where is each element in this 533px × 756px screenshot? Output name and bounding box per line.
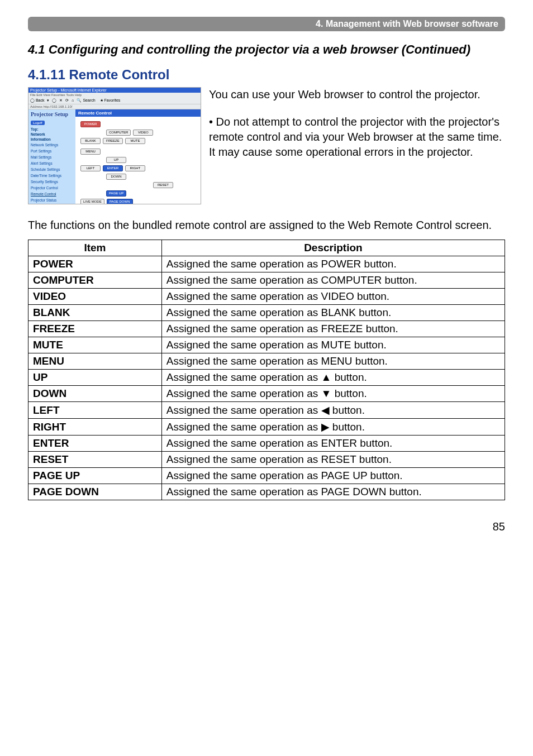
table-row: PAGE DOWNAssigned the same operation as …: [28, 484, 505, 500]
ss-btn-pagedown: PAGE DOWN: [107, 199, 133, 204]
table-row: VIDEOAssigned the same operation as VIDE…: [28, 289, 505, 305]
intro-p2: • Do not attempt to control the projecto…: [209, 114, 505, 160]
ss-nav-item: Security Settings: [31, 179, 73, 185]
table-cell-item: RIGHT: [28, 419, 162, 436]
table-cell-item: BLANK: [28, 305, 162, 321]
ss-btn-down: DOWN: [106, 174, 126, 180]
section-title: 4.1 Configuring and controlling the proj…: [28, 42, 505, 57]
table-cell-desc: Assigned the same operation as MENU butt…: [161, 353, 505, 370]
table-row: RIGHTAssigned the same operation as ▶ bu…: [28, 419, 505, 436]
table-cell-desc: Assigned the same operation as PAGE DOWN…: [161, 484, 505, 500]
body-text: The functions on the bundled remote cont…: [28, 218, 505, 233]
ss-nav-top: Top:: [31, 127, 73, 132]
table-cell-item: FREEZE: [28, 321, 162, 337]
ss-stop-icon: ✕: [59, 98, 63, 102]
ss-fav-btn: ★ Favorites: [100, 98, 122, 102]
table-row: BLANKAssigned the same operation as BLAN…: [28, 305, 505, 321]
table-cell-desc: Assigned the same operation as ▲ button.: [161, 370, 505, 386]
table-cell-desc: Assigned the same operation as MUTE butt…: [161, 337, 505, 353]
table-cell-item: RESET: [28, 452, 162, 468]
ss-refresh-icon: ⟳: [65, 98, 69, 102]
table-cell-item: ENTER: [28, 436, 162, 452]
table-row: POWERAssigned the same operation as POWE…: [28, 256, 505, 272]
intro-text: You can use your Web browser to control …: [209, 87, 505, 172]
ss-menubar: File Edit View Favorites Tools Help: [28, 93, 201, 97]
ss-btn-blank: BLANK: [80, 138, 101, 144]
ss-nav-item: Mail Settings: [31, 154, 73, 160]
ss-btn-reset: RESET: [153, 182, 173, 188]
ss-nav-item: Network Settings: [31, 142, 73, 148]
ss-logoff-button: Logoff: [31, 121, 45, 125]
table-cell-desc: Assigned the same operation as FREEZE bu…: [161, 321, 505, 337]
ss-btn-video: VIDEO: [133, 130, 153, 136]
table-row: MUTEAssigned the same operation as MUTE …: [28, 337, 505, 353]
table-cell-item: COMPUTER: [28, 272, 162, 289]
th-item: Item: [28, 240, 162, 256]
ss-nav-item: Projector Status: [31, 197, 73, 203]
page-number: 85: [28, 520, 505, 533]
screenshot-browser-window: Projector Setup - Microsoft Internet Exp…: [28, 87, 201, 204]
ss-btn-power: POWER: [80, 121, 101, 127]
table-row: LEFTAssigned the same operation as ◀ but…: [28, 402, 505, 419]
table-cell-desc: Assigned the same operation as POWER but…: [161, 256, 505, 272]
table-cell-item: MUTE: [28, 337, 162, 353]
th-desc: Description: [161, 240, 505, 256]
table-row: UPAssigned the same operation as ▲ butto…: [28, 370, 505, 386]
ss-sidebar: Projector Setup Logoff Top: Network Info…: [28, 109, 75, 204]
table-cell-desc: Assigned the same operation as ▼ button.: [161, 386, 505, 402]
ss-btn-up: UP: [106, 157, 126, 163]
table-row: DOWNAssigned the same operation as ▼ but…: [28, 386, 505, 402]
table-cell-item: UP: [28, 370, 162, 386]
table-cell-item: VIDEO: [28, 289, 162, 305]
chapter-header: 4. Management with Web browser software: [28, 17, 505, 31]
ss-window-title: Projector Setup - Microsoft Internet Exp…: [28, 88, 201, 93]
table-row: FREEZEAssigned the same operation as FRE…: [28, 321, 505, 337]
ss-fwd-icon: ◯: [52, 98, 56, 102]
table-cell-desc: Assigned the same operation as ▶ button.: [161, 419, 505, 436]
intro-p1: You can use your Web browser to control …: [209, 87, 505, 102]
table-cell-desc: Assigned the same operation as COMPUTER …: [161, 272, 505, 289]
ss-btn-mute: MUTE: [125, 138, 145, 144]
ss-address-bar: Address http://192.168.1.10/: [28, 104, 201, 109]
table-cell-desc: Assigned the same operation as RESET but…: [161, 452, 505, 468]
ss-nav-item: Date/Time Settings: [31, 173, 73, 179]
ss-nav-item: Network Restart: [31, 203, 73, 204]
table-cell-item: MENU: [28, 353, 162, 370]
table-cell-item: PAGE DOWN: [28, 484, 162, 500]
table-cell-item: LEFT: [28, 402, 162, 419]
ss-btn-enter: ENTER: [103, 165, 123, 171]
ss-nav-item: Projector Control: [31, 185, 73, 191]
table-cell-desc: Assigned the same operation as PAGE UP b…: [161, 468, 505, 484]
ss-btn-right: RIGHT: [125, 165, 145, 171]
subsection-title: 4.1.11 Remote Control: [28, 67, 505, 83]
ss-nav-network: Network: [31, 132, 73, 137]
table-row: ENTERAssigned the same operation as ENTE…: [28, 436, 505, 452]
table-cell-item: PAGE UP: [28, 468, 162, 484]
table-cell-desc: Assigned the same operation as VIDEO but…: [161, 289, 505, 305]
table-cell-item: POWER: [28, 256, 162, 272]
table-cell-item: DOWN: [28, 386, 162, 402]
ss-nav-item: Schedule Settings: [31, 166, 73, 173]
ss-nav-information: Information: [31, 137, 73, 142]
ss-nav-item-selected: Remote Control: [31, 191, 73, 197]
ss-btn-left: LEFT: [80, 165, 101, 171]
table-cell-desc: Assigned the same operation as ◀ button.: [161, 402, 505, 419]
ss-main-header: Remote Control: [75, 109, 201, 117]
ss-setup-title: Projector Setup: [31, 111, 73, 117]
ss-nav-item: Port Settings: [31, 148, 73, 154]
ss-btn-pageup: PAGE UP: [106, 190, 126, 197]
ss-back-btn: ◯ Back ▾: [30, 98, 49, 102]
ss-btn-computer: COMPUTER: [106, 130, 131, 136]
table-cell-desc: Assigned the same operation as BLANK but…: [161, 305, 505, 321]
ss-search-btn: 🔍 Search: [77, 98, 97, 102]
ss-toolbar: ◯ Back ▾ ◯ ✕ ⟳ ⌂ 🔍 Search ★ Favorites: [28, 97, 201, 104]
table-row: PAGE UPAssigned the same operation as PA…: [28, 468, 505, 484]
table-row: MENUAssigned the same operation as MENU …: [28, 353, 505, 370]
ss-btn-livemode: LIVE MODE: [80, 199, 104, 204]
ss-btn-freeze: FREEZE: [103, 138, 123, 144]
table-cell-desc: Assigned the same operation as ENTER but…: [161, 436, 505, 452]
ss-btn-menu: MENU: [80, 149, 101, 155]
ss-nav-item: Alert Settings: [31, 160, 73, 166]
ss-home-icon: ⌂: [72, 98, 74, 102]
table-row: COMPUTERAssigned the same operation as C…: [28, 272, 505, 289]
